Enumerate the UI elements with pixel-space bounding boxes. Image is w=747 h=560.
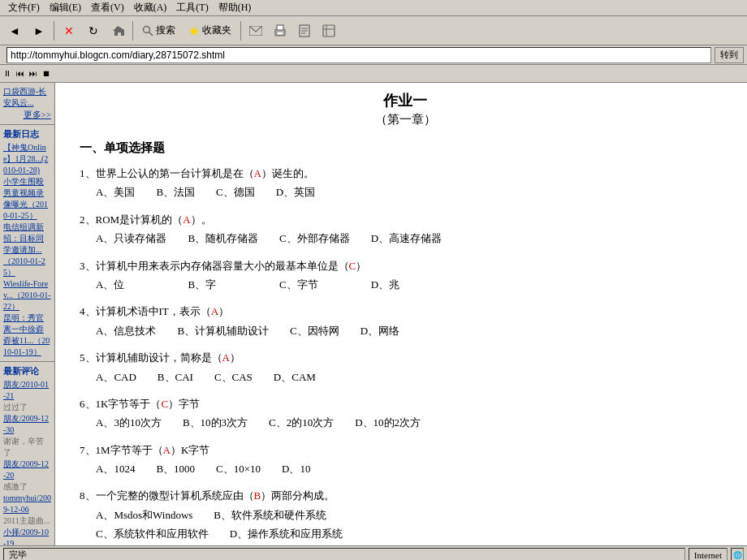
q1-options: A、美国 B、法国 C、德国 D、英国	[96, 183, 731, 201]
q1-answer: A	[254, 167, 261, 179]
refresh-button[interactable]: ↻	[82, 19, 105, 42]
question-6-text: 6、1K字节等于（C）字节	[80, 394, 731, 413]
article-title: 作业一	[80, 91, 731, 110]
toolbar-separator-1	[54, 21, 54, 41]
content-area: 作业一 （第一章） 一、单项选择题 1、世界上公认的第一台计算机是在（A）诞生的…	[55, 83, 747, 545]
sidebar-comment-3[interactable]: 朋友/2009-12-20	[3, 459, 51, 481]
menu-edit[interactable]: 编辑(E)	[45, 1, 86, 15]
question-4-text: 4、计算机术语中IT，表示（A）	[80, 302, 731, 321]
svg-rect-6	[277, 32, 283, 35]
sidebar-comment-desc-4: 2011主题曲...	[3, 515, 51, 527]
tools-icon-button[interactable]	[317, 19, 340, 42]
question-2: 2、ROM是计算机的（A）。 A、只读存储器 B、随机存储器 C、外部存储器 D…	[80, 210, 731, 248]
sidebar-blog-title[interactable]: 口袋西游-长安风云...	[3, 86, 51, 109]
toolbar-separator-3	[240, 21, 241, 41]
sidebar-comment-desc-1: 过过了	[3, 402, 51, 413]
menu-favorites[interactable]: 收藏(A)	[129, 1, 172, 15]
menu-file[interactable]: 文件(F)	[3, 1, 45, 15]
search-label: 搜索	[156, 24, 175, 37]
sidebar-comments-title: 最新评论	[3, 365, 51, 377]
search-button[interactable]: 搜索	[136, 19, 181, 42]
q8-options-1: A、Msdos和Windows B、软件系统和硬件系统	[96, 506, 731, 524]
address-input[interactable]	[6, 47, 711, 63]
media-bar: ⏸ ⏮ ⏭ ⏹	[0, 65, 747, 83]
question-1: 1、世界上公认的第一台计算机是在（A）诞生的。 A、美国 B、法国 C、德国 D…	[80, 164, 731, 202]
mail-button[interactable]	[244, 19, 267, 42]
status-zone: Internet	[689, 548, 728, 561]
forward-button[interactable]: ►	[28, 19, 50, 42]
q4-answer: A	[211, 305, 218, 317]
menu-bar: 文件(F) 编辑(E) 查看(V) 收藏(A) 工具(T) 帮助(H)	[0, 0, 747, 16]
question-8-text: 8、一个完整的微型计算机系统应由（B）两部分构成。	[80, 486, 731, 505]
q3-answer: C	[349, 260, 356, 272]
menu-tools[interactable]: 工具(T)	[171, 1, 213, 15]
question-4: 4、计算机术语中IT，表示（A） A、信息技术 B、计算机辅助设计 C、因特网 …	[80, 302, 731, 340]
sidebar-news-item-3[interactable]: 电信组调新招：目标同学邀请加...（2010-01-25）	[3, 222, 51, 278]
status-text: 完毕	[3, 548, 685, 561]
question-6: 6、1K字节等于（C）字节 A、3的10次方 B、10的3次方 C、2的10次方…	[80, 394, 731, 433]
sidebar-more-link[interactable]: 更多>>	[3, 109, 51, 121]
toolbar-separator-2	[132, 21, 133, 41]
sidebar: 口袋西游-长安风云... 更多>> 最新日志 【神鬼Online】1月28...…	[0, 83, 55, 545]
q8-answer: B	[254, 489, 261, 502]
q2-options: A、只读存储器 B、随机存储器 C、外部存储器 D、高速存储器	[96, 229, 731, 248]
q6-answer: C	[161, 398, 168, 410]
q7-options: A、1024 B、1000 C、10×10 D、10	[96, 459, 731, 478]
home-button[interactable]	[106, 19, 129, 42]
status-bar: 完毕 Internet 🌐	[0, 545, 747, 560]
question-3: 3、计算机中用来表示内存储器容量大小的最基本单位是（C） A、位 B、字 C、字…	[80, 256, 731, 295]
sidebar-news-item-1[interactable]: 【神鬼Online】1月28...(2010-01-28)	[3, 142, 51, 176]
q5-options: A、CAD B、CAI C、CAS D、CAM	[96, 368, 731, 386]
q5-answer: A	[222, 351, 230, 364]
media-stop-button[interactable]: ⏹	[42, 69, 50, 78]
menu-help[interactable]: 帮助(H)	[214, 1, 257, 15]
status-icon: 🌐	[731, 548, 744, 561]
question-5-text: 5、计算机辅助设计，简称是（A）	[80, 348, 731, 367]
q7-answer: A	[163, 444, 171, 456]
sidebar-news-title: 最新日志	[3, 128, 51, 140]
stop-button[interactable]: ✕	[58, 19, 80, 42]
go-button[interactable]: 转到	[715, 47, 744, 63]
sidebar-comment-2[interactable]: 朋友/2009-12-30	[3, 413, 51, 436]
section-title: 一、单项选择题	[80, 140, 731, 156]
address-bar: 转到	[0, 45, 747, 65]
sidebar-news-item-5[interactable]: 昆明：秀官离一中徐孬孬被11...（2010-01-19）	[3, 312, 51, 358]
sidebar-comment-5[interactable]: 小择/2009-10-19	[3, 527, 51, 545]
svg-point-0	[144, 26, 150, 32]
page-button[interactable]	[293, 19, 316, 42]
q2-answer: A	[183, 213, 190, 226]
toolbar: ◄ ► ✕ ↻ 搜索 收藏夹	[0, 16, 747, 45]
svg-marker-2	[189, 26, 199, 36]
question-7-text: 7、1M字节等于（A）K字节	[80, 441, 731, 459]
back-button[interactable]: ◄	[3, 19, 26, 42]
sidebar-comment-1[interactable]: 朋友/2010-01-21	[3, 379, 51, 402]
sidebar-comment-desc-3: 感激了	[3, 481, 51, 493]
sidebar-comment-4[interactable]: tommyhui/2009-12-06	[3, 493, 51, 515]
q3-options: A、位 B、字 C、字节 D、兆	[96, 275, 731, 294]
media-prev-button[interactable]: ⏮	[16, 69, 24, 78]
article-subtitle: （第一章）	[80, 112, 731, 127]
svg-rect-5	[277, 25, 283, 30]
question-5: 5、计算机辅助设计，简称是（A） A、CAD B、CAI C、CAS D、CAM	[80, 348, 731, 386]
q8-options-2: C、系统软件和应用软件 D、操作系统和应用系统	[96, 524, 731, 543]
svg-line-1	[149, 32, 153, 36]
sidebar-comment-desc-2: 谢谢，辛苦了	[3, 436, 51, 459]
main-area: 口袋西游-长安风云... 更多>> 最新日志 【神鬼Online】1月28...…	[0, 83, 747, 545]
media-pause-button[interactable]: ⏸	[3, 69, 11, 78]
print-button[interactable]	[269, 19, 291, 42]
sidebar-news-item-4[interactable]: Wieslife-Forev...（2010-01-22）	[3, 278, 51, 312]
menu-view[interactable]: 查看(V)	[86, 1, 129, 15]
sidebar-comments-section: 最新评论 朋友/2010-01-21 过过了 朋友/2009-12-30 谢谢，…	[0, 362, 54, 545]
sidebar-news-item-2[interactable]: 小学生围殴男童视频录像曝光（2010-01-25）	[3, 176, 51, 222]
sidebar-news-section: 最新日志 【神鬼Online】1月28...(2010-01-28) 小学生围殴…	[0, 125, 54, 362]
question-1-text: 1、世界上公认的第一台计算机是在（A）诞生的。	[80, 164, 731, 183]
svg-rect-11	[323, 25, 335, 37]
q6-options: A、3的10次方 B、10的3次方 C、2的10次方 D、10的2次方	[96, 413, 731, 432]
sidebar-blog-section: 口袋西游-长安风云... 更多>>	[0, 83, 54, 125]
question-3-text: 3、计算机中用来表示内存储器容量大小的最基本单位是（C）	[80, 256, 731, 275]
question-8: 8、一个完整的微型计算机系统应由（B）两部分构成。 A、Msdos和Window…	[80, 486, 731, 543]
question-2-text: 2、ROM是计算机的（A）。	[80, 210, 731, 229]
question-7: 7、1M字节等于（A）K字节 A、1024 B、1000 C、10×10 D、1…	[80, 441, 731, 479]
favorites-button[interactable]: 收藏夹	[183, 19, 237, 42]
media-next-button[interactable]: ⏭	[29, 69, 37, 78]
